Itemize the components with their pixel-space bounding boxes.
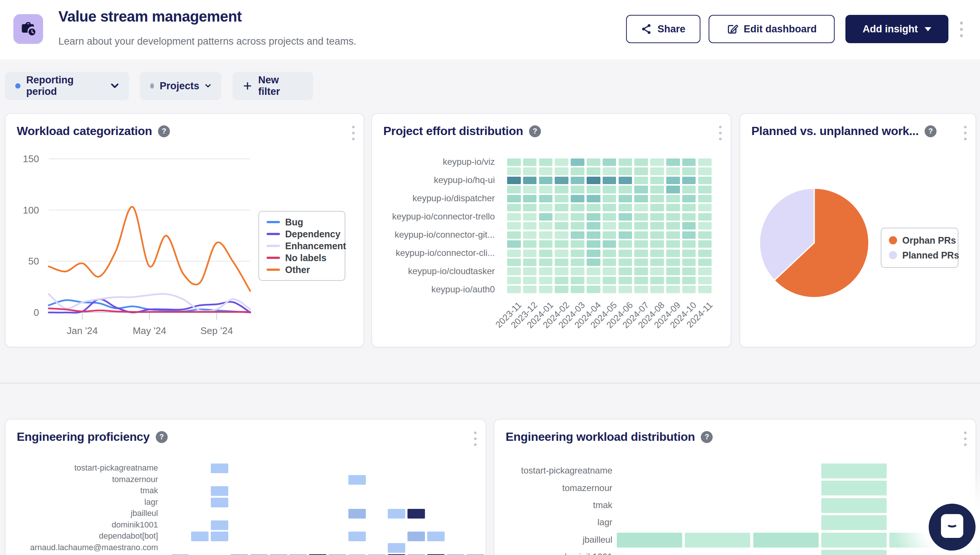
- heatmap-cell: [349, 509, 366, 518]
- heatmap-cell: [821, 550, 887, 555]
- heatmap-cell: [698, 222, 712, 229]
- heatmap-cell: [388, 543, 405, 553]
- heatmap-cell: [821, 498, 887, 513]
- heatmap-cell: [666, 159, 680, 166]
- edit-dashboard-button[interactable]: Edit dashboard: [708, 15, 835, 43]
- row-label: tmak: [6, 486, 158, 496]
- series-other: [49, 207, 250, 291]
- heatmap-cell: [571, 204, 584, 211]
- heatmap-cell: [587, 250, 600, 257]
- heatmap-cell: [507, 286, 521, 293]
- new-filter-label: New filter: [258, 74, 303, 98]
- heatmap-cell: [619, 222, 632, 229]
- heatmap-cell: [650, 231, 664, 239]
- heatmap-cell: [571, 159, 584, 166]
- heatmap-cell: [555, 213, 568, 221]
- heatmap-cell: [571, 195, 584, 202]
- panel-engineering-proficiency: Engineering proficiency ? tostart-pickag…: [5, 419, 486, 555]
- heatmap-cell: [587, 204, 600, 211]
- heatmap-cell: [634, 250, 648, 257]
- proficiency-heatmap[interactable]: tostart-pickagreatnametomazernourtmaklag…: [6, 420, 486, 555]
- heatmap-cell: [682, 167, 696, 175]
- heatmap-cell: [587, 268, 600, 275]
- y-axis-tick: 100: [23, 205, 39, 216]
- heatmap-cell: [507, 167, 521, 175]
- heatmap-cell: [666, 222, 680, 229]
- pie-chart-legend: Orphan PRsPlanned PRs: [881, 228, 958, 268]
- heatmap-cell: [619, 258, 632, 266]
- heatmap-cell: [571, 258, 584, 266]
- heatmap-cell: [523, 213, 537, 221]
- filter-projects[interactable]: Projects: [140, 72, 221, 100]
- heatmap-cell: [666, 195, 680, 202]
- add-insight-button[interactable]: Add insight: [846, 15, 948, 43]
- legend-label: Bug: [285, 217, 303, 228]
- page-header: Value stream management Learn about your…: [0, 0, 980, 59]
- heatmap-cell: [634, 258, 648, 266]
- heatmap-cell: [587, 240, 600, 248]
- legend-label: Orphan PRs: [902, 235, 956, 246]
- legend-item[interactable]: No labels: [267, 252, 337, 264]
- row-label: keypup-io/viz: [372, 157, 495, 167]
- heatmap-cell: [634, 286, 648, 293]
- heatmap-cell: [571, 222, 584, 229]
- heatmap-cell: [539, 268, 553, 275]
- legend-item[interactable]: Orphan PRs: [889, 233, 950, 248]
- heatmap-cell: [507, 277, 521, 284]
- edit-icon: [726, 23, 739, 35]
- heatmap-cell: [571, 268, 584, 275]
- heatmap-cell: [634, 240, 648, 248]
- heatmap-cell: [523, 167, 537, 175]
- heatmap-cell: [650, 277, 664, 284]
- filter-reporting-period[interactable]: Reporting period: [5, 72, 129, 100]
- row-label: tomazernour: [6, 475, 158, 484]
- legend-item[interactable]: Bug: [267, 216, 337, 228]
- legend-item[interactable]: Other: [267, 264, 337, 276]
- chat-bubble-icon: [941, 514, 963, 538]
- heatmap-cell: [523, 177, 537, 184]
- effort-heatmap[interactable]: keypup-io/vizkeypup-io/hq-uikeypup-io/di…: [372, 114, 731, 347]
- row-label: keypup-io/hq-ui: [372, 175, 495, 185]
- heatmap-cell: [821, 464, 887, 478]
- row-label: dominik1001: [494, 552, 612, 555]
- heatmap-cell: [603, 195, 616, 202]
- legend-swatch-icon: [889, 251, 897, 259]
- new-filter-button[interactable]: New filter: [232, 72, 313, 100]
- heatmap-cell: [603, 258, 616, 266]
- heatmap-cell: [211, 520, 228, 530]
- share-button[interactable]: Share: [626, 15, 700, 43]
- heatmap-cell: [603, 213, 616, 221]
- heatmap-cell: [619, 195, 632, 202]
- heatmap-cell: [619, 286, 632, 293]
- heatmap-cell: [619, 159, 632, 166]
- legend-swatch-icon: [267, 221, 280, 223]
- heatmap-cell: [555, 231, 568, 239]
- heatmap-cell: [666, 167, 680, 175]
- heatmap-cell: [619, 231, 632, 239]
- legend-item[interactable]: Dependency: [267, 228, 337, 240]
- heatmap-cell: [682, 268, 696, 275]
- heatmap-cell: [603, 231, 616, 239]
- legend-item[interactable]: Planned PRs: [889, 248, 950, 263]
- heatmap-cell: [617, 533, 682, 547]
- heatmap-cell: [555, 286, 568, 293]
- heatmap-cell: [539, 277, 553, 284]
- heatmap-cell: [698, 186, 712, 193]
- heatmap-cell: [821, 481, 887, 496]
- filter-active-dot: [15, 83, 21, 88]
- heatmap-cell: [507, 268, 521, 275]
- legend-item[interactable]: Enhancement: [267, 240, 337, 252]
- heatmap-cell: [650, 195, 664, 202]
- row-label: dependabot[bot]: [6, 531, 158, 541]
- heatmap-cell: [587, 286, 600, 293]
- chevron-down-icon: [111, 83, 118, 88]
- heatmap-cell: [523, 204, 537, 211]
- chat-widget-button[interactable]: [929, 504, 975, 550]
- heatmap-cell: [507, 213, 521, 221]
- x-axis-tick: Sep '24: [200, 325, 233, 336]
- heatmap-cell: [507, 240, 521, 248]
- y-axis-tick: 0: [34, 307, 39, 318]
- header-kebab-menu[interactable]: [960, 22, 963, 37]
- heatmap-cell: [821, 515, 887, 530]
- heatmap-cell: [539, 231, 553, 239]
